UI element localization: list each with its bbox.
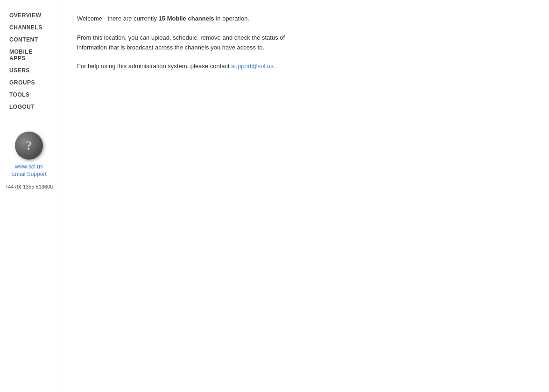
- help-icon: [15, 132, 43, 160]
- help-prefix: For help using this administration syste…: [77, 63, 231, 70]
- help-text: For help using this administration syste…: [77, 62, 530, 71]
- welcome-prefix: Welcome - there are currently: [77, 15, 159, 22]
- sidebar-item-channels[interactable]: CHANNELS: [0, 21, 58, 34]
- info-text: From this location, you can upload, sche…: [77, 33, 301, 53]
- channel-count: 15 Mobile channels: [159, 15, 214, 22]
- welcome-message: Welcome - there are currently 15 Mobile …: [77, 14, 530, 24]
- sidebar-item-logout[interactable]: LOGOUT: [0, 101, 58, 113]
- website-link[interactable]: www.sol.us: [15, 163, 43, 170]
- phone-number: +44 (0) 1355 813600: [0, 184, 57, 189]
- sidebar: OVERVIEWCHANNELSCONTENTMOBILE APPSUSERSG…: [0, 0, 58, 392]
- sidebar-item-overview[interactable]: OVERVIEW: [0, 9, 58, 21]
- support-email-link[interactable]: support@sol.us: [231, 63, 274, 70]
- sidebar-item-tools[interactable]: TOOLS: [0, 89, 58, 101]
- main-content: Welcome - there are currently 15 Mobile …: [58, 0, 549, 392]
- sidebar-support: www.sol.us Email Support +44 (0) 1355 81…: [0, 127, 58, 194]
- sidebar-item-users[interactable]: USERS: [0, 64, 58, 77]
- sidebar-item-content[interactable]: CONTENT: [0, 34, 58, 46]
- sidebar-item-mobile-apps[interactable]: MOBILE APPS: [0, 46, 58, 64]
- welcome-suffix: in operation.: [214, 15, 249, 22]
- sidebar-item-groups[interactable]: GROUPS: [0, 77, 58, 89]
- help-suffix: .: [274, 63, 275, 70]
- email-support-link[interactable]: Email Support: [11, 171, 46, 177]
